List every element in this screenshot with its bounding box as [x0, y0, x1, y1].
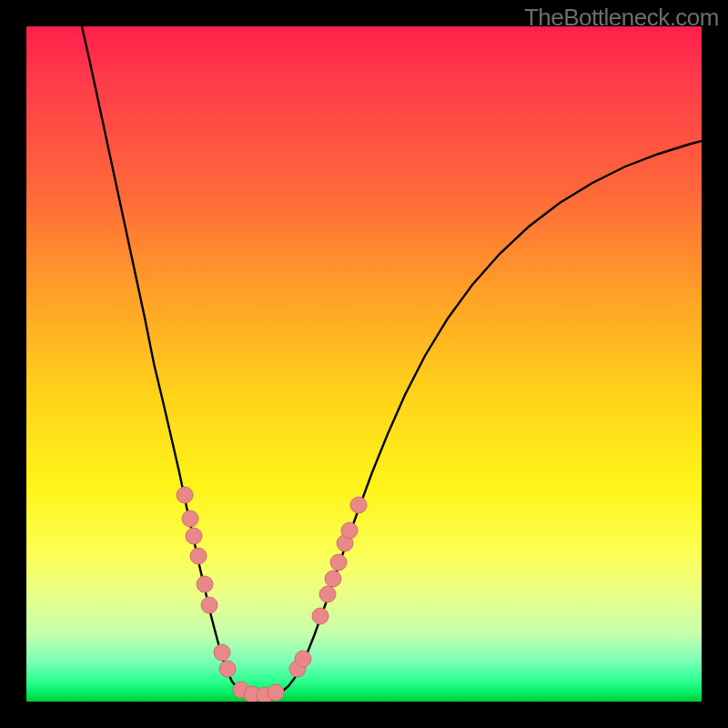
data-point [214, 644, 230, 661]
chart-svg [26, 26, 702, 702]
data-point [330, 554, 347, 571]
data-point [201, 597, 217, 613]
data-point [182, 511, 198, 527]
data-point [312, 608, 329, 624]
data-point [350, 497, 367, 513]
data-point [177, 487, 193, 503]
data-point [219, 661, 236, 677]
data-point [197, 576, 213, 592]
data-point [341, 522, 358, 539]
data-point [186, 528, 202, 544]
data-point [325, 571, 341, 587]
data-point [295, 651, 311, 667]
data-point [268, 684, 284, 701]
data-point [190, 548, 207, 564]
bottleneck-curve [82, 26, 702, 697]
chart-area [26, 26, 702, 702]
watermark-text: TheBottleneck.com [524, 4, 719, 32]
data-point [319, 586, 336, 602]
